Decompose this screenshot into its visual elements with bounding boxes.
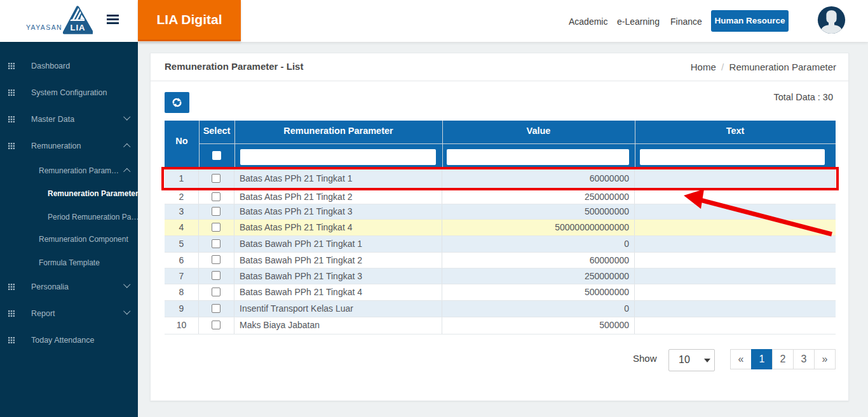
svg-text:LIA: LIA	[70, 23, 85, 32]
